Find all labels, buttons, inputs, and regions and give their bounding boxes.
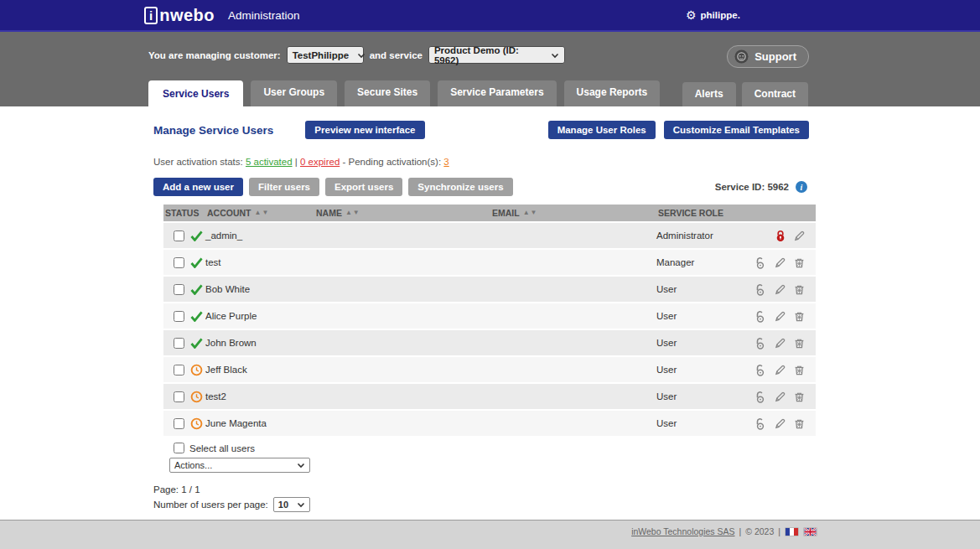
pending-icon <box>190 417 203 430</box>
sort-name[interactable]: ▲▼ <box>345 210 360 216</box>
sort-email[interactable]: ▲▼ <box>523 210 537 216</box>
tab-service-users[interactable]: Service Users <box>148 80 243 106</box>
french-flag-icon[interactable] <box>785 527 799 536</box>
tab-contract[interactable]: Contract <box>742 82 808 106</box>
per-page-select[interactable]: 10 <box>273 497 310 512</box>
customer-select[interactable]: TestPhilippe <box>287 46 364 64</box>
support-label: Support <box>754 50 796 63</box>
sort-asc-icon: ▲ <box>523 210 530 216</box>
unlock-icon[interactable] <box>754 417 767 430</box>
uk-flag-icon[interactable] <box>803 527 817 536</box>
footer-bar: inWebo Technologies SAS | © 2023 | <box>0 520 980 549</box>
support-button[interactable]: Support <box>727 45 809 68</box>
tab-user-groups[interactable]: User Groups <box>251 80 337 106</box>
edit-icon[interactable] <box>774 337 786 350</box>
pending-link[interactable]: 3 <box>443 157 449 167</box>
sort-asc-icon: ▲ <box>345 210 352 216</box>
lock-icon[interactable] <box>775 230 786 242</box>
secondary-tabs: Alerts Contract <box>682 82 808 106</box>
footer-separator: | <box>778 526 780 536</box>
tab-secure-sites[interactable]: Secure Sites <box>345 80 430 106</box>
footer-separator: | <box>739 526 742 536</box>
user-menu[interactable]: ⚙ philippe. <box>686 9 740 21</box>
tab-usage-reports[interactable]: Usage Reports <box>564 80 661 106</box>
select-all-checkbox[interactable] <box>174 443 184 453</box>
activated-icon <box>190 284 203 295</box>
table-row: Bob WhiteUser <box>163 277 816 302</box>
page-heading-row: Manage Service Users Preview new interfa… <box>148 121 816 139</box>
row-checkbox[interactable] <box>174 418 184 429</box>
manage-user-roles-button[interactable]: Manage User Roles <box>548 121 656 139</box>
edit-icon[interactable] <box>774 310 786 323</box>
edit-icon[interactable] <box>774 417 786 430</box>
support-icon <box>734 49 749 64</box>
account-cell: _admin_ <box>205 230 314 241</box>
expired-link[interactable]: 0 expired <box>300 157 340 167</box>
tab-alerts[interactable]: Alerts <box>682 82 736 106</box>
edit-icon[interactable] <box>774 391 786 403</box>
unlock-icon[interactable] <box>754 310 767 323</box>
status-cell <box>163 391 205 403</box>
service-select[interactable]: Product Demo (ID: 5962) <box>428 46 565 64</box>
col-email: EMAIL ▲▼ <box>490 208 656 218</box>
per-page-row: Number of users per page: 10 <box>148 497 816 512</box>
customer-select-value: TestPhilippe <box>293 50 350 60</box>
pending-icon <box>190 391 203 403</box>
status-cell <box>163 230 205 241</box>
export-users-button[interactable]: Export users <box>325 178 402 196</box>
row-actions <box>750 364 816 376</box>
app-title: Administration <box>228 9 300 22</box>
activated-icon <box>190 311 203 322</box>
table-row: testManager <box>163 250 816 275</box>
stats-prefix: User activation stats: <box>153 157 243 167</box>
managing-label: You are managing customer: <box>148 50 281 60</box>
company-link[interactable]: inWebo Technologies SAS <box>631 526 734 536</box>
delete-icon[interactable] <box>793 256 806 269</box>
filter-users-button[interactable]: Filter users <box>249 178 319 196</box>
account-cell: Jeff Black <box>205 365 314 375</box>
delete-icon[interactable] <box>793 310 806 323</box>
unlock-icon[interactable] <box>754 256 767 269</box>
add-user-button[interactable]: Add a new user <box>153 178 243 196</box>
unlock-icon[interactable] <box>754 283 767 296</box>
activated-link[interactable]: 5 activated <box>246 157 293 167</box>
status-cell <box>163 338 205 349</box>
status-cell <box>163 311 205 322</box>
row-checkbox[interactable] <box>174 338 184 349</box>
edit-icon[interactable] <box>774 364 786 376</box>
info-icon[interactable]: i <box>796 181 807 193</box>
customize-email-templates-button[interactable]: Customize Email Templates <box>664 121 809 139</box>
row-checkbox[interactable] <box>174 311 184 322</box>
row-checkbox[interactable] <box>174 365 184 375</box>
activated-icon <box>190 338 203 349</box>
row-checkbox[interactable] <box>174 230 184 241</box>
row-checkbox[interactable] <box>174 257 184 268</box>
delete-icon[interactable] <box>793 283 806 296</box>
unlock-icon[interactable] <box>754 337 767 350</box>
edit-icon[interactable] <box>793 230 806 242</box>
preview-interface-button[interactable]: Preview new interface <box>305 121 424 139</box>
synchronize-users-button[interactable]: Synchronize users <box>408 178 512 196</box>
delete-icon[interactable] <box>793 417 806 430</box>
sort-desc-icon: ▼ <box>262 210 268 216</box>
table-row: June MagentaUser <box>163 411 816 436</box>
service-id-label: Service ID: 5962 <box>715 182 789 192</box>
account-cell: Alice Purple <box>205 311 314 321</box>
pending-icon <box>190 364 203 376</box>
sort-account[interactable]: ▲▼ <box>255 210 269 216</box>
edit-icon[interactable] <box>774 256 786 269</box>
chevron-down-icon <box>297 460 305 470</box>
actions-select[interactable]: Actions... <box>169 458 310 473</box>
select-all-label: Select all users <box>189 443 255 453</box>
unlock-icon[interactable] <box>754 391 767 403</box>
edit-icon[interactable] <box>774 283 786 296</box>
delete-icon[interactable] <box>793 364 806 376</box>
copyright-text: © 2023 <box>745 526 774 536</box>
delete-icon[interactable] <box>793 337 806 350</box>
row-checkbox[interactable] <box>174 284 184 295</box>
delete-icon[interactable] <box>793 391 806 403</box>
row-checkbox[interactable] <box>174 391 184 402</box>
sort-desc-icon: ▼ <box>353 210 360 216</box>
unlock-icon[interactable] <box>754 364 767 376</box>
tab-service-parameters[interactable]: Service Parameters <box>438 80 556 106</box>
